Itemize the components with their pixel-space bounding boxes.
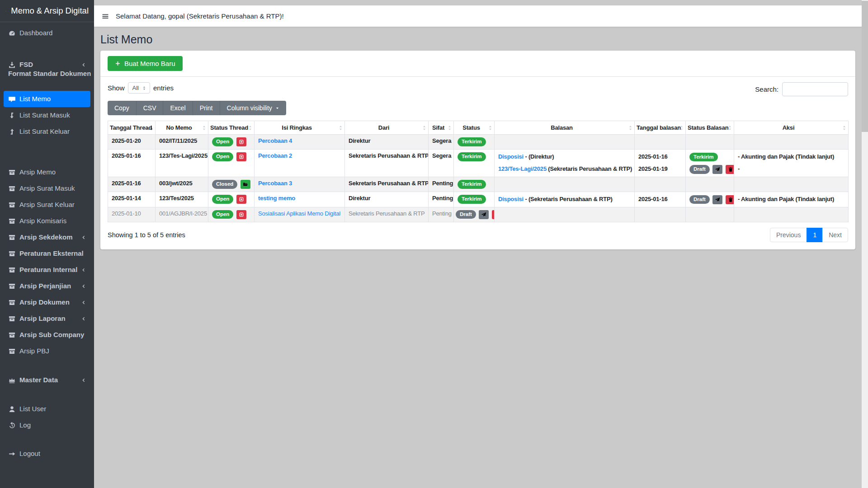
content-inner: List Memo Buat Memo Baru Show All entrie… bbox=[94, 33, 862, 249]
sidebar-item-fsd[interactable]: FSD Format Standar Dokumen bbox=[4, 56, 90, 82]
memo-link[interactable]: Percobaan 2 bbox=[258, 152, 292, 159]
archive-icon bbox=[8, 299, 16, 306]
balasan-link[interactable]: 123/Tes-Lagi/2025 bbox=[498, 165, 547, 172]
sort-desc-icon bbox=[149, 125, 154, 131]
search-input[interactable] bbox=[782, 82, 848, 96]
entries-select[interactable]: All bbox=[128, 82, 150, 94]
header-balasan[interactable]: Balasan bbox=[495, 121, 635, 135]
archive-icon bbox=[8, 169, 16, 176]
header-status-thread[interactable]: Status Thread bbox=[208, 121, 255, 135]
send-button[interactable] bbox=[712, 165, 722, 174]
chevron-left-icon bbox=[81, 235, 86, 240]
header-no-memo[interactable]: No Memo bbox=[156, 121, 208, 135]
memo-link[interactable]: Percobaan 4 bbox=[258, 137, 292, 144]
open-folder-icon bbox=[243, 182, 248, 187]
delete-button[interactable] bbox=[726, 195, 734, 204]
cell-status-balasan: Draft bbox=[686, 192, 734, 207]
header-isi-ringkas[interactable]: Isi Ringkas bbox=[255, 121, 345, 135]
sidebar-item-master-data[interactable]: Master Data bbox=[4, 372, 90, 388]
sidebar-item-arsip-pbj[interactable]: Arsip PBJ bbox=[4, 343, 90, 359]
page-number-button[interactable]: 1 bbox=[807, 228, 823, 242]
sidebar-item-arsip-sub-company[interactable]: Arsip Sub Company bbox=[4, 327, 90, 343]
status-badge: Draft bbox=[456, 210, 476, 219]
copy-button[interactable]: Copy bbox=[108, 101, 137, 115]
sidebar-item-list-memo[interactable]: List Memo bbox=[4, 91, 90, 107]
memo-table: Tanggal Thread No Memo Status Thread Isi… bbox=[108, 121, 849, 222]
scrollbar[interactable] bbox=[862, 0, 868, 488]
show-label: Show bbox=[108, 84, 125, 92]
nav-spacer bbox=[4, 359, 90, 372]
sidebar-item-peraturan-internal[interactable]: Peraturan Internal bbox=[4, 262, 90, 278]
header-aksi[interactable]: Aksi bbox=[734, 121, 849, 135]
delete-button[interactable] bbox=[492, 210, 495, 219]
scrollbar-thumb[interactable] bbox=[862, 1, 868, 132]
sidebar-item-arsip-perjanjian[interactable]: Arsip Perjanjian bbox=[4, 278, 90, 294]
memo-link[interactable]: Percobaan 3 bbox=[258, 180, 292, 187]
divider bbox=[100, 76, 855, 77]
balasan-link[interactable]: Disposisi bbox=[498, 196, 524, 202]
close-thread-button[interactable] bbox=[236, 152, 246, 161]
cell-tanggal: 2025-01-16 bbox=[108, 150, 156, 177]
cell-dari: Direktur bbox=[345, 135, 429, 150]
sidebar-item-list-surat-keluar[interactable]: List Surat Keluar bbox=[4, 123, 90, 140]
arrow-down-icon bbox=[8, 112, 16, 119]
next-page-button[interactable]: Next bbox=[822, 228, 848, 242]
header-tanggal-thread[interactable]: Tanggal Thread bbox=[108, 121, 156, 135]
header-dari[interactable]: Dari bbox=[345, 121, 429, 135]
memo-link[interactable]: Sosialisasi Aplikasi Memo Digital bbox=[258, 210, 340, 217]
sidebar-item-list-surat-masuk[interactable]: List Surat Masuk bbox=[4, 107, 90, 123]
sidebar-item-arsip-surat-keluar[interactable]: Arsip Surat Keluar bbox=[4, 197, 90, 213]
x-box-icon bbox=[239, 212, 244, 217]
sidebar-item-logout[interactable]: Logout bbox=[4, 446, 90, 462]
csv-button[interactable]: CSV bbox=[137, 101, 164, 115]
chevron-left-icon bbox=[81, 284, 86, 289]
excel-button[interactable]: Excel bbox=[163, 101, 193, 115]
sidebar-item-arsip-komisaris[interactable]: Arsip Komisaris bbox=[4, 213, 90, 229]
memo-link[interactable]: testing memo bbox=[258, 195, 295, 202]
header-status-balasan[interactable]: Status Balasan bbox=[686, 121, 734, 135]
close-thread-button[interactable] bbox=[236, 210, 246, 219]
welcome-text: Selamat Datang, gopal (Sekretaris Perusa… bbox=[116, 12, 284, 20]
thread-status-badge: Open bbox=[212, 195, 233, 204]
cell-status-thread: Open bbox=[208, 150, 255, 177]
header-tanggal-balasan[interactable]: Tanggal balasan bbox=[635, 121, 686, 135]
sidebar-item-arsip-sekdekom[interactable]: Arsip Sekdekom bbox=[4, 229, 90, 245]
close-thread-button[interactable] bbox=[236, 137, 246, 146]
cell-status-balasan bbox=[686, 135, 734, 150]
menu-toggle-icon[interactable] bbox=[101, 13, 109, 20]
reply-status-badge: Terkirim bbox=[689, 153, 718, 162]
cell-aksi bbox=[734, 177, 849, 192]
create-memo-button[interactable]: Buat Memo Baru bbox=[108, 56, 183, 71]
chevron-left-icon bbox=[81, 378, 86, 383]
header-sifat[interactable]: Sifat bbox=[429, 121, 454, 135]
sidebar-item-list-user[interactable]: List User bbox=[4, 401, 90, 417]
sidebar-item-peraturan-eksternal[interactable]: Peraturan Eksternal bbox=[4, 245, 90, 262]
send-button[interactable] bbox=[712, 195, 722, 204]
cell-dari: Sekretaris Perusahaan & RTP bbox=[345, 177, 429, 192]
close-thread-button[interactable] bbox=[236, 195, 246, 204]
previous-page-button[interactable]: Previous bbox=[770, 228, 807, 242]
cell-aksi: - Akunting dan Pajak (Tindak lanjut) bbox=[734, 192, 849, 207]
nav-spacer bbox=[4, 41, 90, 56]
thread-status-badge: Open bbox=[212, 210, 233, 219]
cell-status-thread: Open bbox=[208, 192, 255, 207]
sidebar-item-arsip-dokumen[interactable]: Arsip Dokumen bbox=[4, 294, 90, 310]
reopen-thread-button[interactable] bbox=[241, 180, 250, 189]
header-status[interactable]: Status bbox=[454, 121, 495, 135]
cell-status-balasan: Terkirim Draft bbox=[686, 150, 734, 177]
sidebar-item-arsip-laporan[interactable]: Arsip Laporan bbox=[4, 310, 90, 327]
table-row: 2025-01-16 003/jwt/2025 Closed Percobaan… bbox=[108, 177, 849, 192]
cell-no-memo: 123/Tes/2025 bbox=[156, 192, 208, 207]
sidebar-item-arsip-surat-masuk[interactable]: Arsip Surat Masuk bbox=[4, 180, 90, 197]
archive-icon bbox=[8, 250, 16, 258]
sidebar-item-dashboard[interactable]: Dashboard bbox=[4, 25, 90, 41]
column-visibility-button[interactable]: Column visibility bbox=[220, 101, 286, 115]
sidebar-item-arsip-memo[interactable]: Arsip Memo bbox=[4, 164, 90, 180]
chat-icon bbox=[8, 95, 16, 103]
brand[interactable]: Memo & Arsip Digital bbox=[0, 0, 94, 22]
delete-button[interactable] bbox=[726, 165, 734, 174]
balasan-link[interactable]: Disposisi bbox=[498, 153, 524, 160]
print-button[interactable]: Print bbox=[193, 101, 220, 115]
send-button[interactable] bbox=[479, 210, 489, 219]
sidebar-item-log[interactable]: Log bbox=[4, 417, 90, 433]
